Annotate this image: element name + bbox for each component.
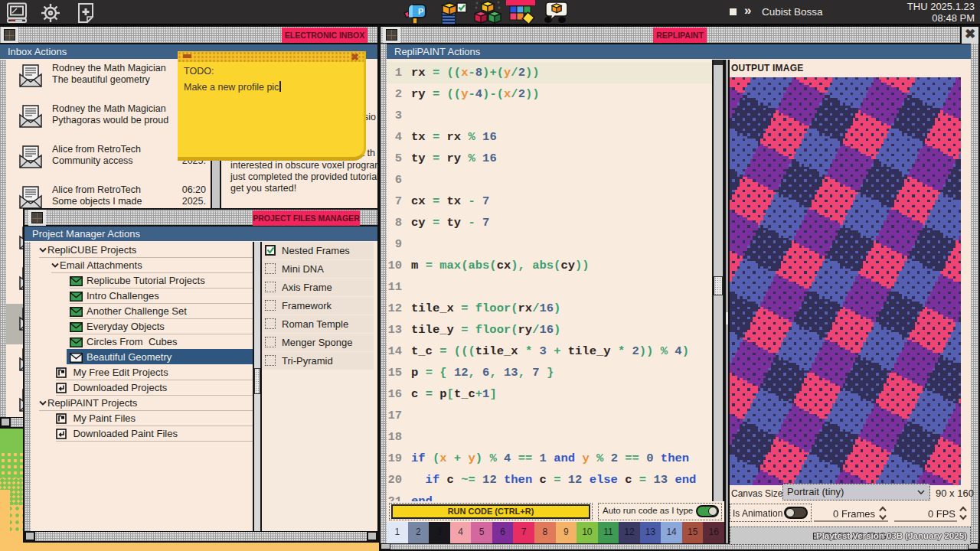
svg-text:P: P [418,7,423,16]
